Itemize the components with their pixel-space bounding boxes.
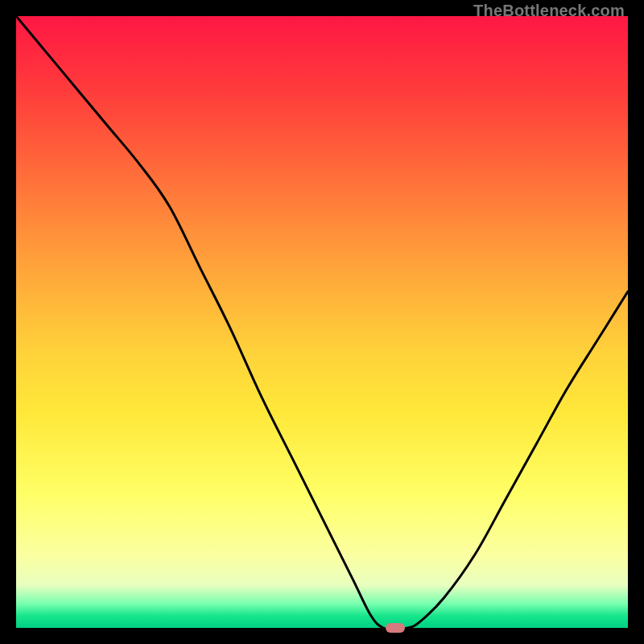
optimal-marker — [386, 623, 405, 633]
plot-area — [16, 16, 628, 628]
chart-frame: TheBottleneck.com — [0, 0, 644, 644]
bottleneck-curve — [16, 16, 628, 628]
curve-line — [16, 16, 628, 628]
